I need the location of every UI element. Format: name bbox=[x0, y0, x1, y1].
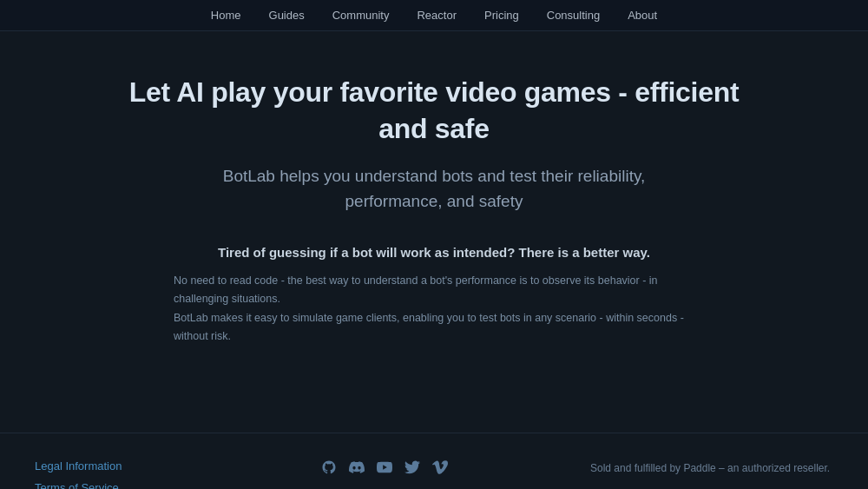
paddle-text2: Our order process is conducted by our on… bbox=[590, 485, 833, 489]
nav-reactor[interactable]: Reactor bbox=[417, 9, 457, 22]
nav-consulting[interactable]: Consulting bbox=[547, 9, 600, 22]
youtube-icon bbox=[377, 459, 392, 475]
youtube-link[interactable] bbox=[377, 459, 392, 478]
footer-right: Sold and fulfilled by Paddle – an author… bbox=[590, 459, 833, 489]
github-link[interactable] bbox=[321, 459, 337, 478]
vimeo-icon bbox=[432, 459, 448, 475]
paddle-text1: Sold and fulfilled by Paddle – an author… bbox=[590, 459, 833, 477]
nav-about[interactable]: About bbox=[628, 9, 657, 22]
discord-link[interactable] bbox=[349, 459, 365, 478]
hero-subtitle: BotLab helps you understand bots and tes… bbox=[223, 164, 646, 214]
twitter-link[interactable] bbox=[404, 459, 420, 478]
terms-of-service-link[interactable]: Terms of Service bbox=[35, 481, 179, 489]
legal-information-link[interactable]: Legal Information bbox=[35, 459, 179, 472]
nav-community[interactable]: Community bbox=[332, 9, 390, 22]
footer-left: Legal Information Terms of Service Conta… bbox=[35, 459, 179, 489]
vimeo-link[interactable] bbox=[432, 459, 448, 478]
section-body: No need to read code - the best way to u… bbox=[174, 272, 694, 346]
footer-social bbox=[321, 459, 448, 481]
footer: Legal Information Terms of Service Conta… bbox=[0, 433, 868, 489]
hero-title: Let AI play your favorite video games - … bbox=[104, 75, 764, 147]
section-heading: Tired of guessing if a bot will work as … bbox=[218, 245, 650, 260]
nav-guides[interactable]: Guides bbox=[269, 9, 305, 22]
github-icon bbox=[321, 459, 337, 475]
discord-icon bbox=[349, 459, 365, 475]
main-content: Let AI play your favorite video games - … bbox=[87, 31, 781, 380]
navigation: Home Guides Community Reactor Pricing Co… bbox=[0, 0, 868, 31]
twitter-icon bbox=[404, 459, 420, 475]
nav-pricing[interactable]: Pricing bbox=[484, 9, 519, 22]
nav-home[interactable]: Home bbox=[211, 9, 241, 22]
